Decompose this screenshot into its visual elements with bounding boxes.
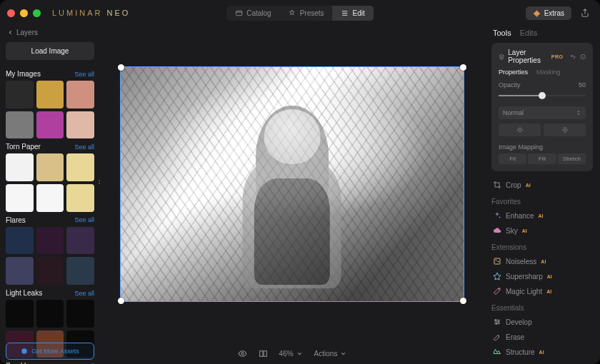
mapping-fit[interactable]: Fit xyxy=(499,153,526,164)
asset-thumbnail[interactable] xyxy=(36,184,64,212)
asset-thumbnail[interactable] xyxy=(66,227,94,255)
extras-button[interactable]: Extras xyxy=(526,6,571,20)
mapping-fill[interactable]: Fill xyxy=(528,153,556,164)
ai-badge: AI xyxy=(539,350,544,355)
tab-edits[interactable]: Edits xyxy=(520,29,537,37)
tool-sky[interactable]: Sky AI xyxy=(491,224,593,237)
asset-thumbnail[interactable] xyxy=(66,184,94,212)
flip-horizontal-button[interactable] xyxy=(499,123,541,136)
tool-magic-light[interactable]: Magic Light AI xyxy=(491,285,593,298)
ai-badge: AI xyxy=(522,228,527,233)
see-all-link[interactable]: See all xyxy=(74,71,94,78)
asset-thumbnail[interactable] xyxy=(66,153,94,181)
tool-noiseless[interactable]: Noiseless AI xyxy=(491,255,593,268)
tool-structure[interactable]: Structure AI xyxy=(491,345,593,358)
lp-tab-masking[interactable]: Masking xyxy=(536,69,561,76)
canvas-area: 46% Actions xyxy=(100,26,484,364)
layers-breadcrumb[interactable]: Layers xyxy=(6,26,94,39)
nav-catalog[interactable]: Catalog xyxy=(226,6,279,21)
svg-point-8 xyxy=(498,261,499,262)
chevron-updown-icon xyxy=(576,110,581,116)
tool-supersharp[interactable]: Supersharp AI xyxy=(491,270,593,283)
nav-edit[interactable]: Edit xyxy=(333,6,374,21)
see-all-link[interactable]: See all xyxy=(74,216,94,223)
layer-properties-title: Layer Properties xyxy=(508,49,547,64)
asset-thumbnail[interactable] xyxy=(36,257,64,285)
see-all-link[interactable]: See all xyxy=(74,143,94,151)
catalog-icon xyxy=(235,9,243,17)
tool-develop[interactable]: Develop xyxy=(491,315,593,328)
crop-icon xyxy=(493,181,501,189)
zoom-control[interactable]: 46% xyxy=(279,350,303,358)
load-image-button[interactable]: Load Image xyxy=(6,42,94,60)
category-label: Torn Paper xyxy=(6,143,41,151)
selection-handle-tr[interactable] xyxy=(460,64,466,71)
actions-menu[interactable]: Actions xyxy=(314,350,347,358)
svg-point-11 xyxy=(496,323,497,325)
asset-thumbnail[interactable] xyxy=(6,257,34,285)
asset-thumbnail[interactable] xyxy=(6,227,34,255)
thumbs-flares xyxy=(6,227,94,285)
tool-label: Magic Light xyxy=(506,288,542,295)
right-panel-tabs: Tools Edits xyxy=(491,26,593,43)
category-label: Flares xyxy=(6,216,26,224)
tool-enhance[interactable]: Enhance AI xyxy=(491,209,593,222)
asset-thumbnail[interactable] xyxy=(66,300,94,328)
maximize-window-button[interactable] xyxy=(33,9,41,17)
get-more-assets-button[interactable]: Get More Assets xyxy=(6,343,94,360)
share-button[interactable] xyxy=(577,5,593,21)
tool-erase[interactable]: Erase xyxy=(491,330,593,343)
asset-thumbnail[interactable] xyxy=(6,81,34,108)
asset-thumbnail[interactable] xyxy=(66,81,94,108)
asset-thumbnail[interactable] xyxy=(6,300,34,328)
asset-thumbnail[interactable] xyxy=(36,300,64,328)
right-panel: Tools Edits Layer Properties PRO Propert… xyxy=(484,26,600,364)
asset-thumbnail[interactable] xyxy=(36,227,64,255)
group-extensions: Extensions xyxy=(491,243,593,251)
flip-vertical-button[interactable] xyxy=(544,123,586,136)
opacity-slider[interactable] xyxy=(499,91,586,101)
nav-presets-label: Presets xyxy=(300,9,324,17)
selection-handle-tl[interactable] xyxy=(118,64,124,71)
nav-edit-label: Edit xyxy=(353,9,365,17)
asset-thumbnail[interactable] xyxy=(6,153,34,181)
mapping-stretch[interactable]: Stretch xyxy=(558,153,586,164)
extras-label: Extras xyxy=(544,9,564,17)
compare-toggle[interactable] xyxy=(259,349,268,358)
blend-mode-select[interactable]: Normal xyxy=(499,106,586,119)
asset-thumbnail[interactable] xyxy=(6,111,34,139)
nav-presets[interactable]: Presets xyxy=(280,6,333,21)
lp-tab-properties[interactable]: Properties xyxy=(499,69,528,76)
tool-label: Supersharp xyxy=(506,273,543,280)
category-header-my-images: My Images See all xyxy=(6,70,94,78)
undo-icon[interactable] xyxy=(570,53,576,61)
group-essentials: Essentials xyxy=(491,304,593,312)
window-controls xyxy=(7,9,41,17)
opacity-label: Opacity xyxy=(499,81,521,89)
preview-toggle[interactable] xyxy=(238,349,247,358)
info-icon[interactable] xyxy=(580,53,586,61)
close-window-button[interactable] xyxy=(7,9,15,17)
asset-thumbnail[interactable] xyxy=(36,111,64,139)
compare-icon xyxy=(259,349,268,358)
asset-thumbnail[interactable] xyxy=(36,153,64,181)
svg-point-7 xyxy=(496,260,496,261)
chevron-down-icon xyxy=(296,350,303,357)
svg-rect-3 xyxy=(259,350,262,356)
artboard[interactable] xyxy=(121,67,464,301)
asset-thumbnail[interactable] xyxy=(66,257,94,285)
selection-handle-bl[interactable] xyxy=(118,298,124,304)
asset-thumbnail[interactable] xyxy=(66,111,94,139)
tool-label: Sky xyxy=(506,227,518,235)
see-all-link[interactable]: See all xyxy=(74,290,94,297)
canvas[interactable] xyxy=(100,26,484,343)
asset-thumbnail[interactable] xyxy=(36,81,64,108)
selection-handle-br[interactable] xyxy=(460,298,466,304)
svg-point-10 xyxy=(498,321,499,323)
minimize-window-button[interactable] xyxy=(20,9,28,17)
tab-tools[interactable]: Tools xyxy=(493,29,511,37)
zoom-value: 46% xyxy=(279,350,294,358)
tool-crop[interactable]: Crop AI xyxy=(491,178,593,191)
ai-badge: AI xyxy=(541,259,546,264)
asset-thumbnail[interactable] xyxy=(6,184,34,212)
